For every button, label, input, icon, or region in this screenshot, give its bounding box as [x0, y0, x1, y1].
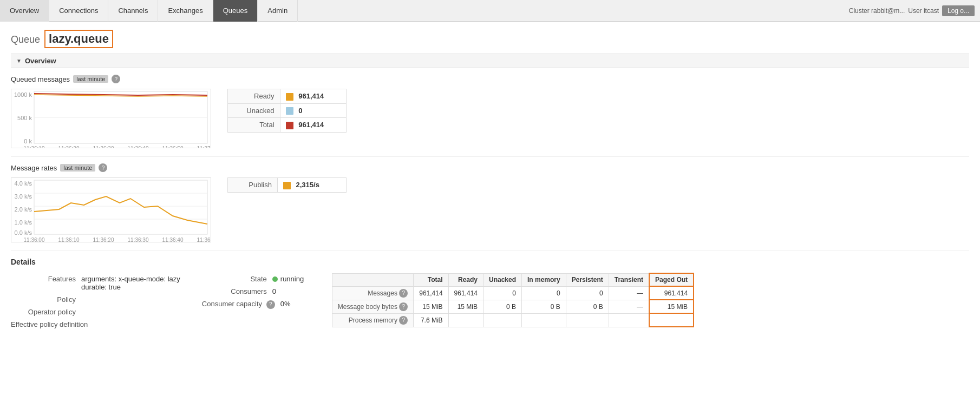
details-grid: Features arguments: x-queue-mode: lazy d… [11, 273, 969, 331]
stats-col-persistent: Persistent [566, 273, 609, 286]
stats-table: Total Ready Unacked In memory Persistent… [332, 273, 694, 327]
message-rates-badge[interactable]: last minute [60, 164, 95, 172]
svg-text:11:37:00: 11:37:00 [197, 146, 211, 148]
stats-processmem-label: Process memory ? [332, 313, 413, 327]
stats-bodybytes-pagedout: 15 MiB [649, 300, 694, 313]
details-left-col: Features arguments: x-queue-mode: lazy d… [11, 273, 180, 331]
message-rates-svg: 4.0 k/s 3.0 k/s 2.0 k/s 1.0 k/s 0.0 k/s [11, 177, 211, 242]
operator-policy-key: Operator policy [11, 308, 76, 316]
queued-messages-svg: 1000 k 500 k 0 k 11:36:10 11:36:20 [11, 89, 211, 148]
legend-publish-color [283, 182, 291, 189]
stats-col-unacked: Unacked [484, 273, 522, 286]
overview-section-header[interactable]: ▼ Overview [11, 54, 969, 68]
stats-row-body-bytes: Message body bytes ? 15 MiB 15 MiB 0 B 0… [332, 300, 694, 313]
svg-text:1.0 k/s: 1.0 k/s [15, 219, 32, 226]
queued-messages-title: Queued messages last minute ? [11, 75, 969, 83]
detail-effective-policy: Effective policy definition [11, 318, 180, 331]
svg-text:4.0 k/s: 4.0 k/s [15, 180, 32, 187]
message-rates-section: Message rates last minute ? 4.0 k/s 3.0 … [11, 157, 969, 251]
stats-bodybytes-inmemory: 0 B [522, 300, 566, 313]
message-rates-title: Message rates last minute ? [11, 163, 969, 172]
nav-overview[interactable]: Overview [0, 0, 49, 22]
stats-col-inmemory: In memory [522, 273, 566, 286]
stats-messages-persistent: 0 [566, 286, 609, 300]
legend-row-unacked: Unacked 0 [228, 103, 347, 118]
nav-channels[interactable]: Channels [108, 0, 158, 22]
state-val: running [272, 275, 304, 283]
logout-button[interactable]: Log o... [942, 5, 975, 16]
svg-text:11:36:30: 11:36:30 [93, 146, 114, 148]
consumer-capacity-val: 0% [280, 300, 291, 309]
svg-text:11:36:50: 11:36:50 [162, 146, 184, 148]
stats-bodybytes-total: 15 MiB [414, 300, 448, 313]
stats-col-empty [332, 273, 413, 286]
message-rates-help-icon[interactable]: ? [99, 163, 107, 172]
consumer-capacity-help-icon[interactable]: ? [266, 300, 275, 309]
stats-messages-inmemory: 0 [522, 286, 566, 300]
state-running-label: running [280, 275, 304, 283]
features-val: arguments: x-queue-mode: lazy durable: t… [81, 275, 180, 291]
consumers-key: Consumers [202, 287, 267, 295]
policy-key: Policy [11, 295, 76, 304]
effective-policy-key: Effective policy definition [11, 320, 88, 328]
svg-text:0.0 k/s: 0.0 k/s [15, 229, 32, 236]
nav-queues[interactable]: Queues [213, 0, 258, 22]
legend-ready-number: 961,414 [298, 92, 324, 100]
legend-total-value: 961,414 [280, 118, 346, 133]
message-rates-chart: 4.0 k/s 3.0 k/s 2.0 k/s 1.0 k/s 0.0 k/s [11, 177, 211, 244]
svg-text:11:36:30: 11:36:30 [128, 237, 149, 242]
stats-bodybytes-unacked: 0 B [484, 300, 522, 313]
message-rates-chart-area: 4.0 k/s 3.0 k/s 2.0 k/s 1.0 k/s 0.0 k/s [11, 177, 969, 244]
consumer-capacity-key: Consumer capacity ? [202, 300, 275, 309]
message-rates-label: Message rates [11, 164, 57, 172]
svg-text:11:36:40: 11:36:40 [162, 237, 184, 242]
message-rates-legend: Publish 2,315/s [227, 177, 969, 193]
svg-rect-18 [34, 180, 207, 234]
detail-state: State running [202, 273, 310, 285]
legend-publish-number: 2,315/s [296, 181, 319, 189]
stats-messages-help-icon[interactable]: ? [399, 289, 408, 298]
legend-publish-value: 2,315/s [277, 178, 346, 193]
svg-text:11:36:50: 11:36:50 [197, 237, 211, 242]
svg-text:0 k: 0 k [24, 138, 32, 144]
stats-bodybytes-ready: 15 MiB [448, 300, 483, 313]
queued-messages-section: Queued messages last minute ? 1000 k 500… [11, 68, 969, 157]
stats-processmem-total: 7.6 MiB [414, 313, 448, 327]
queued-messages-legend: Ready 961,414 Unacked 0 [227, 89, 969, 133]
features-val2: durable: true [81, 283, 180, 291]
user-label: User itcast [908, 7, 939, 15]
stats-processmem-unacked [484, 313, 522, 327]
nav-admin[interactable]: Admin [258, 0, 298, 22]
stats-col-ready: Ready [448, 273, 483, 286]
queued-messages-badge[interactable]: last minute [73, 75, 108, 83]
stats-messages-transient: — [609, 286, 649, 300]
stats-col-transient: Transient [609, 273, 649, 286]
stats-bodybytes-help-icon[interactable]: ? [399, 302, 408, 311]
consumers-val: 0 [272, 287, 276, 295]
svg-text:11:36:10: 11:36:10 [58, 237, 80, 242]
legend-total-number: 961,414 [298, 121, 324, 129]
queued-messages-help-icon[interactable]: ? [112, 75, 120, 83]
queue-name: lazy.queue [44, 30, 113, 48]
stats-messages-pagedout: 961,414 [649, 286, 694, 300]
stats-col-total: Total [414, 273, 448, 286]
nav-connections[interactable]: Connections [49, 0, 108, 22]
legend-unacked-value: 0 [280, 103, 346, 118]
stats-col-pagedout: Paged Out [649, 273, 694, 286]
svg-text:3.0 k/s: 3.0 k/s [15, 193, 32, 200]
legend-row-total: Total 961,414 [228, 118, 347, 133]
stats-processmem-transient [609, 313, 649, 327]
stats-row-process-memory: Process memory ? 7.6 MiB [332, 313, 694, 327]
stats-processmem-ready [448, 313, 483, 327]
user-info: Cluster rabbit@m... User itcast Log o... [849, 5, 980, 16]
stats-processmem-persistent [566, 313, 609, 327]
queued-messages-chart-area: 1000 k 500 k 0 k 11:36:10 11:36:20 [11, 89, 969, 150]
stats-processmem-help-icon[interactable]: ? [399, 316, 408, 325]
legend-row-publish: Publish 2,315/s [228, 178, 347, 193]
svg-text:11:36:20: 11:36:20 [93, 237, 114, 242]
cluster-label: Cluster rabbit@m... [849, 7, 905, 15]
nav-exchanges[interactable]: Exchanges [158, 0, 213, 22]
details-title: Details [11, 258, 969, 266]
page-content: Queue lazy.queue ▼ Overview Queued messa… [0, 22, 980, 345]
legend-ready-label: Ready [228, 89, 280, 104]
